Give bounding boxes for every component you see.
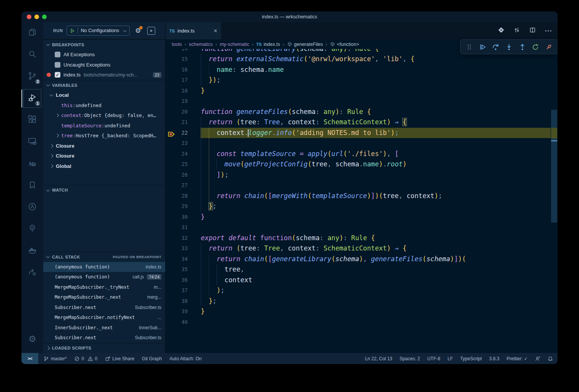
- activity-item-bookmarks[interactable]: [21, 175, 43, 197]
- code-line-23[interactable]: 23: [166, 138, 558, 149]
- code-line-17[interactable]: 17 });: [166, 75, 558, 86]
- configuration-value[interactable]: No Configurations: [81, 28, 121, 33]
- continue-icon[interactable]: [478, 42, 488, 52]
- code-line-37[interactable]: 37 );: [166, 285, 558, 296]
- activity-item-git-history[interactable]: [21, 197, 43, 218]
- scrollbar-slider[interactable]: [551, 110, 557, 223]
- status-notifications[interactable]: [548, 356, 553, 361]
- code-line-15[interactable]: 15 return externalSchematic('@nrwl/works…: [166, 54, 558, 65]
- disconnect-icon[interactable]: [544, 42, 554, 52]
- step-over-icon[interactable]: [491, 42, 501, 52]
- breadcrumb-item-myschematic[interactable]: my-schematic: [220, 42, 249, 47]
- code-line-16[interactable]: 16 name: schema.name: [166, 65, 558, 75]
- section-header-breakpoints[interactable]: BREAKPOINTS: [43, 39, 165, 50]
- activity-item-live-share[interactable]: [21, 262, 43, 284]
- call-stack-frame[interactable]: MergeMapSubscriber.notifyNext...: [43, 312, 165, 323]
- step-out-icon[interactable]: [517, 42, 527, 52]
- activity-item-source-control[interactable]: 3: [21, 66, 43, 88]
- section-header-loaded-scripts[interactable]: LOADED SCRIPTS: [43, 343, 165, 353]
- checkbox-unchecked[interactable]: [55, 52, 60, 57]
- debug-console-button[interactable]: >: [147, 27, 155, 35]
- code-line-25[interactable]: 25 move(getProjectConfig(tree, schema.na…: [166, 159, 558, 170]
- diff-diamond-icon[interactable]: [498, 27, 504, 35]
- code-line-29[interactable]: 29 };: [166, 201, 558, 212]
- activity-item-run-debug[interactable]: 1: [21, 88, 43, 109]
- status-encoding[interactable]: UTF-8: [427, 356, 440, 361]
- remote-indicator[interactable]: ><: [21, 353, 38, 364]
- code-line-33[interactable]: 33 return (tree: Tree, context: Schemati…: [166, 243, 558, 254]
- restart-icon[interactable]: [530, 42, 540, 52]
- start-debugging-icon[interactable]: [70, 28, 75, 33]
- breadcrumb-item-indexts[interactable]: TSindex.ts: [256, 42, 280, 47]
- code-line-40[interactable]: 40: [166, 317, 558, 328]
- code-line-20[interactable]: 20function generateFiles(schema: any): R…: [166, 107, 558, 117]
- variable-row[interactable]: context: Object {debug: false, en…: [43, 111, 165, 121]
- call-stack-frame[interactable]: Subscriber.nextSubscriber.ts: [43, 303, 165, 313]
- call-stack-frame[interactable]: MergeMapSubscriber._nextmerg...: [43, 292, 165, 303]
- activity-item-search[interactable]: [21, 44, 43, 66]
- editor-scrollbar[interactable]: [551, 22, 558, 353]
- status-ts-version[interactable]: 3.8.3: [489, 356, 499, 361]
- breadcrumb-item-tools[interactable]: tools: [172, 42, 182, 47]
- code-line-36[interactable]: 36 context: [166, 275, 558, 286]
- variable-row[interactable]: tree: HostTree {_backend: ScopedH…: [43, 131, 165, 141]
- section-header-call-stack[interactable]: CALL STACKPAUSED ON BREAKPOINT: [43, 252, 165, 262]
- status-live-share[interactable]: Live Share: [105, 356, 134, 361]
- code-line-26[interactable]: 26 ]);: [166, 170, 558, 181]
- code-line-19[interactable]: 19: [166, 96, 558, 107]
- status-auto-attach[interactable]: Auto Attach: On: [169, 356, 202, 361]
- variable-row[interactable]: this: undefined: [43, 100, 165, 111]
- code-line-32[interactable]: 32export default function(schema: any): …: [166, 233, 558, 244]
- code-line-21[interactable]: 21 return (tree: Tree, context: Schemati…: [166, 117, 558, 128]
- breadcrumb-item-generateFiles[interactable]: generateFiles: [287, 42, 323, 47]
- launch-configuration-dropdown[interactable]: No Configurations: [67, 26, 130, 36]
- status-prettier[interactable]: Prettier: ✓: [507, 356, 528, 361]
- breakpoint-row[interactable]: All Exceptions: [43, 50, 165, 60]
- activity-item-remote-explorer[interactable]: [21, 131, 43, 153]
- activity-item-extensions[interactable]: [21, 109, 43, 131]
- tab-index-ts[interactable]: TS index.ts ×: [166, 22, 221, 39]
- step-into-icon[interactable]: [504, 42, 514, 52]
- status-warnings[interactable]: 0: [88, 356, 98, 361]
- status-git-graph[interactable]: Git Graph: [142, 356, 162, 361]
- breadcrumb-item-function[interactable]: <function>: [330, 42, 359, 47]
- code-line-38[interactable]: 38 };: [166, 296, 558, 307]
- breakpoint-row[interactable]: Uncaught Exceptions: [43, 60, 165, 70]
- code-line-24[interactable]: 24 const templateSource = apply(url('./f…: [166, 149, 558, 159]
- checkbox-checked[interactable]: ✓: [55, 72, 60, 78]
- split-icon[interactable]: [529, 27, 536, 35]
- breadcrumb-item-schematics[interactable]: schematics: [189, 42, 213, 47]
- breakpoint-row[interactable]: ✓index.tstools/schematics/my-sch...22: [43, 70, 165, 80]
- title-bar[interactable]: index.ts — wrkschematics: [21, 11, 558, 22]
- code-line-35[interactable]: 35 tree,: [166, 264, 558, 275]
- status-indentation[interactable]: Spaces: 2: [400, 356, 420, 361]
- swap-arrows-icon[interactable]: [514, 27, 520, 35]
- section-header-variables[interactable]: VARIABLES: [43, 80, 165, 90]
- variable-row[interactable]: templateSource: undefined: [43, 120, 165, 131]
- code-line-31[interactable]: 31: [166, 222, 558, 233]
- section-header-watch[interactable]: WATCH: [43, 185, 165, 195]
- status-errors[interactable]: 0: [74, 356, 84, 361]
- activity-item-testing[interactable]: [21, 218, 43, 240]
- status-feedback[interactable]: [535, 356, 540, 361]
- checkbox-unchecked[interactable]: [55, 62, 60, 68]
- code-line-22[interactable]: 22 context.logger.info('adding NOTES.md …: [166, 128, 558, 138]
- code-line-28[interactable]: 28 return chain([mergeWith(templateSourc…: [166, 191, 558, 202]
- configure-gear-icon[interactable]: ⚙: [135, 27, 141, 35]
- ellipsis-icon[interactable]: ···: [545, 28, 552, 34]
- manage-gear-icon[interactable]: ⚙: [21, 328, 43, 350]
- code-line-18[interactable]: 18}: [166, 86, 558, 96]
- status-branch[interactable]: master*: [44, 356, 67, 361]
- status-eol[interactable]: LF: [447, 356, 453, 361]
- status-cursor-position[interactable]: Ln 22, Col 13: [365, 356, 392, 361]
- call-stack-frame[interactable]: InnerSubscriber._nextInnerSub...: [43, 323, 165, 333]
- code-line-30[interactable]: 30}: [166, 212, 558, 223]
- scope-row[interactable]: Closure: [43, 151, 165, 161]
- activity-item-explorer[interactable]: [21, 22, 43, 44]
- close-tab-icon[interactable]: ×: [214, 28, 217, 34]
- code-line-39[interactable]: 39}: [166, 306, 558, 317]
- scope-row[interactable]: Closure: [43, 141, 165, 151]
- scope-row[interactable]: Global: [43, 161, 165, 171]
- status-language[interactable]: TypeScript: [460, 356, 482, 361]
- call-stack-frame[interactable]: (anonymous function)call.js74:24: [43, 272, 165, 282]
